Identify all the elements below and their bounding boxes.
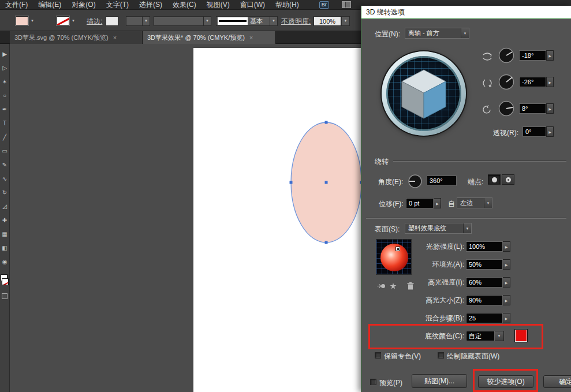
stepper-icon[interactable]: ▶ bbox=[503, 295, 510, 305]
chevron-down-icon[interactable]: ▼ bbox=[463, 223, 471, 233]
opacity-dropdown[interactable]: ▼ bbox=[341, 16, 350, 26]
rotate-z-field[interactable]: 8° bbox=[519, 103, 546, 114]
rotate-y-field[interactable]: -26° bbox=[519, 77, 546, 87]
tool-blend-icon[interactable]: ◉ bbox=[0, 255, 10, 268]
tool-type-icon[interactable]: T bbox=[0, 116, 10, 130]
track-cube-icon[interactable] bbox=[396, 64, 451, 122]
stroke-weight-field[interactable] bbox=[106, 16, 118, 26]
workspace-layout-icon[interactable] bbox=[342, 1, 351, 8]
canvas-pasteboard[interactable] bbox=[10, 44, 361, 392]
stroke-weight-dropdown[interactable]: ▼ bbox=[126, 16, 150, 26]
opacity-label[interactable]: 不透明度: bbox=[281, 17, 311, 27]
menu-item-object[interactable]: 对象(O) bbox=[66, 0, 100, 10]
tool-selection-icon[interactable]: ▶ bbox=[0, 47, 10, 61]
menu-item-select[interactable]: 选择(S) bbox=[134, 0, 167, 10]
rotate-x-field[interactable]: -18° bbox=[519, 50, 546, 61]
tool-rotate-icon[interactable]: ↻ bbox=[0, 185, 10, 199]
anchor-point-bottom[interactable] bbox=[325, 241, 328, 244]
fill-color-swatch[interactable] bbox=[16, 16, 28, 25]
tool-scale-icon[interactable]: ◿ bbox=[0, 199, 10, 213]
chevron-down-icon[interactable]: ▼ bbox=[342, 17, 349, 25]
tool-lasso-icon[interactable]: ○ bbox=[0, 88, 10, 102]
chevron-down-icon[interactable]: ▼ bbox=[142, 17, 150, 25]
offset-stepper-icon[interactable]: ▶ bbox=[434, 198, 441, 208]
cap-hollow-toggle[interactable] bbox=[502, 174, 514, 185]
stepper-icon[interactable]: ▶ bbox=[503, 277, 510, 288]
position-dropdown[interactable]: 离轴 - 前方 ▼ bbox=[405, 28, 469, 39]
anchor-point-top[interactable] bbox=[325, 121, 328, 124]
menu-item-file[interactable]: 文件(F) bbox=[0, 0, 33, 10]
chevron-down-icon[interactable]: ▼ bbox=[484, 198, 492, 208]
menu-item-effect[interactable]: 效果(C) bbox=[167, 0, 201, 10]
opacity-field[interactable]: 100% bbox=[314, 16, 341, 26]
stepper-icon[interactable]: ▶ bbox=[503, 241, 510, 252]
preview-checkbox[interactable] bbox=[370, 379, 376, 385]
fill-dropdown-icon[interactable]: ▼ bbox=[31, 19, 34, 23]
preserve-spot-checkbox[interactable] bbox=[375, 352, 381, 359]
variable-width-dropdown[interactable]: ▼ bbox=[154, 16, 211, 26]
tool-magic-wand-icon[interactable]: ✶ bbox=[0, 74, 10, 88]
perspective-field[interactable]: 0° bbox=[523, 126, 546, 137]
brush-definition-dropdown[interactable]: 基本 ▼ bbox=[216, 16, 278, 26]
chevron-down-icon[interactable]: ▼ bbox=[495, 331, 504, 341]
tool-mesh-icon[interactable]: ▦ bbox=[0, 227, 10, 241]
menu-item-help[interactable]: 帮助(H) bbox=[270, 0, 304, 10]
bridge-icon[interactable]: Br bbox=[319, 1, 329, 9]
rotate-x-stepper-icon[interactable]: ▶ bbox=[546, 50, 554, 61]
rotate-y-stepper-icon[interactable]: ▶ bbox=[546, 77, 554, 87]
menu-item-type[interactable]: 文字(T) bbox=[101, 0, 134, 10]
stroke-indicator[interactable] bbox=[2, 278, 9, 285]
draw-hidden-checkbox[interactable] bbox=[438, 352, 444, 359]
tool-direct-selection-icon[interactable]: ▷ bbox=[0, 61, 10, 74]
stepper-icon[interactable]: ▶ bbox=[503, 313, 510, 323]
tool-pen-icon[interactable]: ✒ bbox=[0, 102, 10, 116]
anchor-point-left[interactable] bbox=[290, 181, 293, 184]
cap-solid-toggle[interactable] bbox=[488, 174, 501, 185]
highlight-size-field[interactable]: 90% bbox=[466, 295, 503, 305]
tab-3d-apple-svg[interactable]: 3D苹果.svg @ 70% (CMYK/预览) × bbox=[10, 31, 143, 44]
blend-steps-field[interactable]: 25 bbox=[466, 313, 503, 323]
tab-3d-apple-effect[interactable]: 3D苹果效果* @ 70% (CMYK/预览) × bbox=[143, 31, 276, 44]
fewer-options-button[interactable]: 较少选项(O) bbox=[478, 375, 533, 388]
angle-field[interactable]: 360° bbox=[427, 176, 457, 186]
tool-pencil-icon[interactable]: ∿ bbox=[0, 171, 10, 185]
surface-dropdown[interactable]: 塑料效果底纹 ▼ bbox=[405, 223, 472, 234]
chevron-down-icon[interactable]: ▼ bbox=[270, 17, 277, 25]
tool-width-icon[interactable]: ✚ bbox=[0, 213, 10, 227]
track-cube-grid[interactable] bbox=[386, 56, 461, 131]
menu-item-window[interactable]: 窗口(W) bbox=[235, 0, 270, 10]
shading-color-dropdown[interactable]: 自定 bbox=[466, 331, 495, 341]
highlight-intensity-field[interactable]: 60% bbox=[466, 277, 503, 288]
chevron-down-icon[interactable]: ▼ bbox=[461, 28, 469, 38]
stroke-dropdown-icon[interactable]: ▼ bbox=[72, 19, 75, 23]
stepper-icon[interactable]: ▶ bbox=[503, 259, 510, 270]
tool-paintbrush-icon[interactable]: ✎ bbox=[0, 158, 10, 171]
ambient-light-field[interactable]: 50% bbox=[466, 259, 503, 270]
track-cube-widget[interactable] bbox=[382, 51, 466, 136]
light-intensity-field[interactable]: 100% bbox=[466, 241, 503, 252]
tool-rectangle-icon[interactable]: ▭ bbox=[0, 144, 10, 158]
menu-item-view[interactable]: 视图(V) bbox=[201, 0, 235, 10]
angle-dial[interactable] bbox=[408, 174, 423, 189]
ok-button[interactable]: 确定 bbox=[543, 375, 571, 388]
center-point[interactable] bbox=[325, 181, 328, 184]
stroke-color-swatch[interactable] bbox=[57, 16, 69, 25]
selected-ellipse-object[interactable] bbox=[289, 120, 361, 245]
chevron-down-icon[interactable]: ▼ bbox=[203, 17, 211, 25]
rotate-z-stepper-icon[interactable]: ▶ bbox=[546, 103, 554, 114]
menu-item-edit[interactable]: 编辑(E) bbox=[33, 0, 66, 10]
tab-close-icon[interactable]: × bbox=[249, 34, 253, 41]
custom-shading-color-swatch[interactable] bbox=[515, 330, 527, 342]
tool-gradient-icon[interactable]: ◧ bbox=[0, 241, 10, 255]
rotate-x-dial[interactable] bbox=[498, 47, 515, 64]
rotate-y-dial[interactable] bbox=[498, 73, 515, 91]
offset-field[interactable]: 0 pt bbox=[406, 198, 434, 208]
perspective-stepper-icon[interactable]: ▶ bbox=[546, 126, 554, 137]
draw-mode-icon[interactable] bbox=[2, 293, 8, 299]
offset-from-dropdown[interactable]: 左边 ▼ bbox=[457, 197, 492, 208]
map-art-button[interactable]: 贴图(M)... bbox=[412, 374, 467, 388]
tool-line-icon[interactable]: ╱ bbox=[0, 130, 10, 144]
rotate-z-dial[interactable] bbox=[498, 100, 515, 117]
stroke-weight-label[interactable]: 描边: bbox=[87, 17, 102, 27]
tab-close-icon[interactable]: × bbox=[113, 34, 117, 41]
